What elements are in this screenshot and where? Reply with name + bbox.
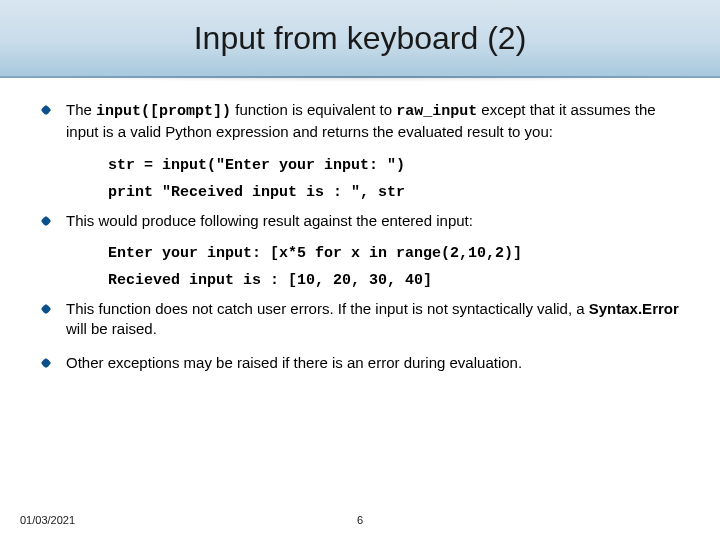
footer: 01/03/2021 6 <box>0 514 720 526</box>
content-area: The input([prompt]) function is equivale… <box>0 78 720 374</box>
slide-title: Input from keyboard (2) <box>194 20 527 57</box>
bold-term: Syntax.Error <box>589 300 679 317</box>
page-number: 6 <box>357 514 363 526</box>
bullet-text: This function does not catch user errors… <box>66 299 680 340</box>
text-fragment: function is equivalent to <box>231 101 396 118</box>
bullet-text: Other exceptions may be raised if there … <box>66 353 522 373</box>
bullet-icon <box>40 303 52 315</box>
text-fragment: will be raised. <box>66 320 157 337</box>
bullet-item: Other exceptions may be raised if there … <box>40 353 680 373</box>
title-band: Input from keyboard (2) <box>0 0 720 78</box>
inline-code: raw_input <box>396 103 477 120</box>
code-line: print "Received input is : ", str <box>108 184 680 201</box>
code-line: str = input("Enter your input: ") <box>108 157 680 174</box>
bullet-icon <box>40 357 52 369</box>
bullet-text: This would produce following result agai… <box>66 211 473 231</box>
bullet-icon <box>40 215 52 227</box>
code-line: Enter your input: [x*5 for x in range(2,… <box>108 245 680 262</box>
bullet-item: This would produce following result agai… <box>40 211 680 231</box>
footer-date: 01/03/2021 <box>20 514 75 526</box>
bullet-item: The input([prompt]) function is equivale… <box>40 100 680 143</box>
bullet-item: This function does not catch user errors… <box>40 299 680 340</box>
text-fragment: This function does not catch user errors… <box>66 300 589 317</box>
bullet-icon <box>40 104 52 116</box>
text-fragment: The <box>66 101 96 118</box>
inline-code: input([prompt]) <box>96 103 231 120</box>
code-line: Recieved input is : [10, 20, 30, 40] <box>108 272 680 289</box>
bullet-text: The input([prompt]) function is equivale… <box>66 100 680 143</box>
